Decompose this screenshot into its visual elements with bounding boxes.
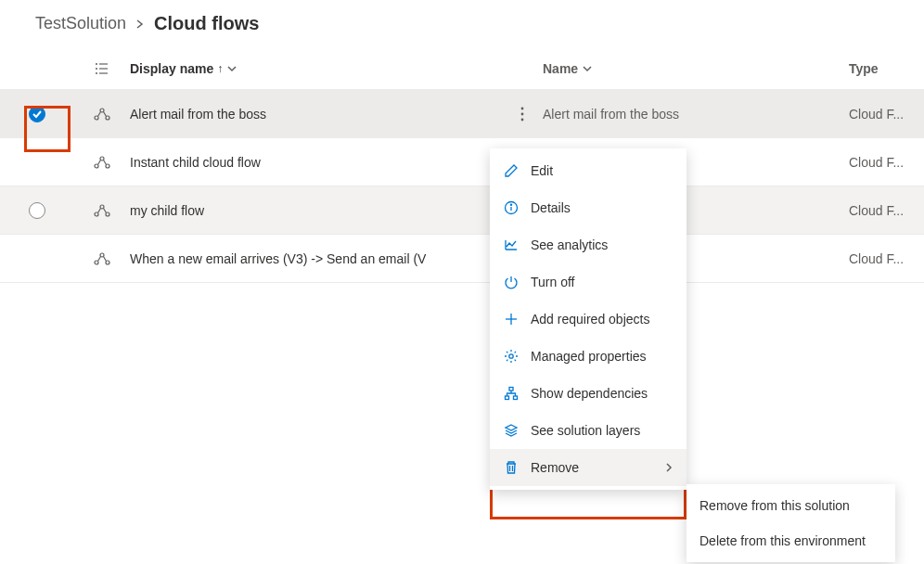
row-type: Cloud F... [849,203,924,218]
menu-item-edit[interactable]: Edit [490,152,687,189]
menu-item-label: Details [531,200,674,215]
gear-icon [503,348,520,365]
menu-item-label: Turn off [531,275,674,289]
row-display-name[interactable]: my child flow [130,203,501,218]
breadcrumb: TestSolution Cloud flows [0,0,924,47]
submenu-remove-from-solution[interactable]: Remove from this solution [687,488,895,523]
trash-icon [503,459,520,476]
menu-item-add-required[interactable]: Add required objects [490,301,687,338]
svg-point-11 [520,118,523,121]
svg-point-12 [95,164,98,168]
svg-point-20 [106,261,109,264]
row-type: Cloud F... [849,251,924,266]
row-type: Cloud F... [849,155,924,170]
grid-header-row: Display name ↑ Name Type [0,47,924,90]
table-row[interactable]: Alert mail from the boss Alert mail from… [0,90,924,138]
flows-grid: Display name ↑ Name Type [0,47,924,283]
svg-point-15 [95,212,98,216]
svg-point-10 [520,112,523,115]
chevron-down-icon [226,63,237,74]
row-type: Cloud F... [849,107,924,122]
menu-item-label: Edit [531,163,674,178]
svg-point-16 [100,205,104,209]
breadcrumb-current: Cloud flows [154,13,259,34]
column-header-type[interactable]: Type [849,61,924,76]
column-header-label: Name [543,61,578,76]
analytics-icon [503,237,520,253]
menu-item-turn-off[interactable]: Turn off [490,263,687,301]
column-header-name[interactable]: Name [543,61,849,76]
menu-item-solution-layers[interactable]: See solution layers [490,412,687,449]
remove-submenu: Remove from this solution Delete from th… [687,484,895,562]
flow-icon [74,202,130,219]
power-icon [503,274,520,290]
svg-rect-28 [506,396,509,400]
breadcrumb-parent[interactable]: TestSolution [35,14,126,33]
menu-item-show-dependencies[interactable]: Show dependencies [490,375,687,412]
plus-icon [503,311,520,327]
chevron-right-icon [135,19,145,29]
svg-point-6 [95,116,98,120]
row-context-menu: Edit Details See analytics Turn off Add … [490,148,687,490]
svg-point-7 [100,109,104,112]
svg-point-13 [100,157,104,160]
sort-ascending-icon: ↑ [217,62,223,75]
svg-point-9 [520,107,523,109]
submenu-delete-from-environment[interactable]: Delete from this environment [687,523,895,558]
row-select-checkbox[interactable] [29,202,45,219]
menu-item-analytics[interactable]: See analytics [490,226,687,263]
row-display-name[interactable]: When a new email arrives (V3) -> Send an… [130,251,501,266]
svg-rect-29 [514,396,518,400]
layers-icon [503,422,520,439]
svg-point-19 [100,253,104,257]
row-name: Alert mail from the boss [543,107,849,122]
menu-item-label: Remove [531,460,653,475]
flow-icon [74,250,130,267]
svg-point-8 [106,116,109,120]
flow-icon [74,106,130,122]
column-header-label: Type [849,61,879,76]
row-display-name[interactable]: Alert mail from the boss [130,107,501,122]
menu-item-remove[interactable]: Remove [490,449,687,486]
svg-rect-27 [509,388,513,391]
menu-item-label: Show dependencies [531,386,674,401]
column-header-label: Display name [130,61,213,76]
svg-point-14 [106,164,109,168]
menu-item-managed-properties[interactable]: Managed properties [490,338,687,375]
row-select-checkbox[interactable] [29,106,45,122]
submenu-item-label: Delete from this environment [699,533,866,548]
submenu-item-label: Remove from this solution [699,498,850,513]
dependencies-icon [503,385,520,402]
column-header-display-name[interactable]: Display name ↑ [130,61,501,76]
flow-icon [74,154,130,171]
row-display-name[interactable]: Instant child cloud flow [130,155,501,170]
menu-item-label: Add required objects [531,312,674,327]
menu-item-label: Managed properties [531,349,674,364]
table-row[interactable]: my child flow Cloud F... [0,186,924,235]
table-row[interactable]: Instant child cloud flow Cloud F... [0,138,924,186]
table-row[interactable]: When a new email arrives (V3) -> Send an… [0,235,924,283]
svg-point-23 [510,204,511,205]
svg-point-18 [95,261,98,264]
edit-icon [503,162,520,179]
svg-point-26 [509,354,513,358]
list-view-icon[interactable] [74,61,130,76]
row-more-button[interactable] [501,107,543,122]
chevron-right-icon [664,463,674,472]
svg-point-17 [106,212,109,216]
info-icon [503,199,520,216]
menu-item-label: See solution layers [531,423,674,438]
menu-item-label: See analytics [531,237,674,252]
chevron-down-icon [582,63,593,74]
menu-item-details[interactable]: Details [490,189,687,226]
